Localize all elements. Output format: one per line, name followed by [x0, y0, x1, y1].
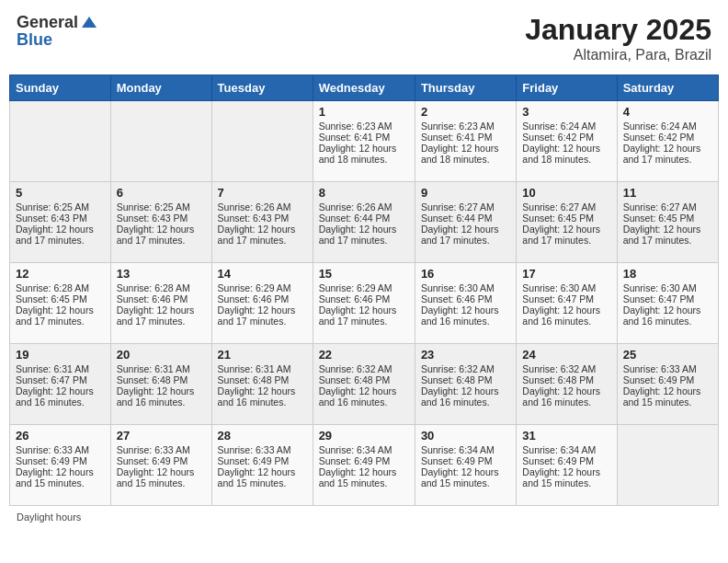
daylight-text: Daylight: 12 hours and 17 minutes. — [623, 224, 712, 246]
day-number: 10 — [522, 186, 610, 200]
sunrise-text: Sunrise: 6:34 AM — [421, 444, 510, 455]
sunset-text: Sunset: 6:46 PM — [421, 293, 510, 304]
daylight-text: Daylight: 12 hours and 16 minutes. — [16, 385, 105, 408]
calendar-cell: 16Sunrise: 6:30 AMSunset: 6:46 PMDayligh… — [415, 263, 516, 344]
calendar-cell — [211, 101, 313, 182]
calendar-cell: 4Sunrise: 6:24 AMSunset: 6:42 PMDaylight… — [617, 101, 718, 182]
logo: General Blue — [17, 13, 98, 50]
calendar-week-row: 5Sunrise: 6:25 AMSunset: 6:43 PMDaylight… — [10, 182, 719, 263]
sunrise-text: Sunrise: 6:24 AM — [522, 121, 610, 132]
day-number: 31 — [522, 429, 610, 442]
calendar-cell: 3Sunrise: 6:24 AMSunset: 6:42 PMDaylight… — [517, 101, 617, 182]
sunrise-text: Sunrise: 6:27 AM — [522, 201, 610, 213]
calendar-week-row: 1Sunrise: 6:23 AMSunset: 6:41 PMDaylight… — [10, 101, 719, 182]
day-number: 3 — [522, 105, 610, 119]
calendar-cell — [617, 425, 718, 506]
logo-blue: Blue — [17, 31, 98, 50]
sunset-text: Sunset: 6:45 PM — [623, 213, 712, 224]
daylight-label: Daylight hours — [17, 511, 81, 523]
calendar-header-row: SundayMondayTuesdayWednesdayThursdayFrid… — [10, 75, 719, 101]
day-number: 30 — [421, 429, 510, 442]
day-number: 22 — [319, 348, 409, 362]
sunrise-text: Sunrise: 6:28 AM — [16, 282, 105, 293]
calendar-cell — [10, 101, 111, 182]
sunrise-text: Sunrise: 6:33 AM — [218, 444, 307, 455]
calendar-cell — [110, 101, 211, 182]
calendar-week-row: 12Sunrise: 6:28 AMSunset: 6:45 PMDayligh… — [10, 263, 719, 344]
sunrise-text: Sunrise: 6:26 AM — [218, 201, 307, 213]
daylight-text: Daylight: 12 hours and 17 minutes. — [421, 224, 510, 246]
sunrise-text: Sunrise: 6:29 AM — [319, 282, 409, 293]
calendar-day-header: Monday — [110, 75, 211, 101]
calendar-cell: 26Sunrise: 6:33 AMSunset: 6:49 PMDayligh… — [10, 425, 111, 506]
calendar-cell: 25Sunrise: 6:33 AMSunset: 6:49 PMDayligh… — [617, 344, 718, 425]
sunrise-text: Sunrise: 6:33 AM — [16, 444, 105, 455]
calendar-cell: 22Sunrise: 6:32 AMSunset: 6:48 PMDayligh… — [313, 344, 415, 425]
sunset-text: Sunset: 6:45 PM — [522, 213, 610, 224]
sunrise-text: Sunrise: 6:32 AM — [522, 363, 610, 374]
logo-icon — [80, 13, 98, 31]
day-number: 29 — [319, 429, 409, 442]
sunset-text: Sunset: 6:46 PM — [319, 293, 409, 304]
daylight-text: Daylight: 12 hours and 17 minutes. — [117, 224, 206, 246]
day-number: 19 — [16, 348, 105, 362]
sunset-text: Sunset: 6:49 PM — [16, 455, 105, 466]
calendar-cell: 14Sunrise: 6:29 AMSunset: 6:46 PMDayligh… — [211, 263, 313, 344]
sunset-text: Sunset: 6:48 PM — [522, 374, 610, 385]
svg-marker-0 — [82, 17, 97, 28]
daylight-text: Daylight: 12 hours and 16 minutes. — [421, 385, 510, 408]
calendar-cell: 2Sunrise: 6:23 AMSunset: 6:41 PMDaylight… — [415, 101, 516, 182]
sunrise-text: Sunrise: 6:32 AM — [319, 363, 409, 374]
calendar-week-row: 19Sunrise: 6:31 AMSunset: 6:47 PMDayligh… — [10, 344, 719, 425]
sunrise-text: Sunrise: 6:31 AM — [218, 363, 307, 374]
sunrise-text: Sunrise: 6:30 AM — [421, 282, 510, 293]
day-number: 12 — [16, 267, 105, 281]
day-number: 2 — [421, 105, 510, 119]
calendar-cell: 9Sunrise: 6:27 AMSunset: 6:44 PMDaylight… — [415, 182, 516, 263]
daylight-text: Daylight: 12 hours and 15 minutes. — [16, 466, 105, 488]
day-number: 8 — [319, 186, 409, 200]
sunset-text: Sunset: 6:42 PM — [522, 132, 610, 143]
daylight-text: Daylight: 12 hours and 18 minutes. — [522, 143, 610, 165]
sunrise-text: Sunrise: 6:31 AM — [16, 363, 105, 374]
sunset-text: Sunset: 6:49 PM — [319, 455, 409, 466]
sunrise-text: Sunrise: 6:34 AM — [319, 444, 409, 455]
sunset-text: Sunset: 6:49 PM — [218, 455, 307, 466]
calendar-cell: 31Sunrise: 6:34 AMSunset: 6:49 PMDayligh… — [517, 425, 617, 506]
calendar-table: SundayMondayTuesdayWednesdayThursdayFrid… — [9, 75, 719, 506]
daylight-text: Daylight: 12 hours and 15 minutes. — [522, 466, 610, 488]
sunrise-text: Sunrise: 6:25 AM — [16, 201, 105, 213]
title-block: January 2025 Altamira, Para, Brazil — [525, 13, 711, 63]
daylight-text: Daylight: 12 hours and 15 minutes. — [623, 385, 712, 408]
calendar-day-header: Saturday — [617, 75, 718, 101]
sunrise-text: Sunrise: 6:23 AM — [319, 121, 409, 132]
sunrise-text: Sunrise: 6:32 AM — [421, 363, 510, 374]
calendar-cell: 12Sunrise: 6:28 AMSunset: 6:45 PMDayligh… — [10, 263, 111, 344]
sunset-text: Sunset: 6:47 PM — [16, 374, 105, 385]
day-number: 7 — [218, 186, 307, 200]
calendar-cell: 5Sunrise: 6:25 AMSunset: 6:43 PMDaylight… — [10, 182, 111, 263]
day-number: 13 — [117, 267, 206, 281]
daylight-text: Daylight: 12 hours and 16 minutes. — [522, 304, 610, 327]
calendar-cell: 18Sunrise: 6:30 AMSunset: 6:47 PMDayligh… — [617, 263, 718, 344]
day-number: 27 — [117, 429, 206, 442]
daylight-text: Daylight: 12 hours and 16 minutes. — [319, 385, 409, 408]
calendar-cell: 24Sunrise: 6:32 AMSunset: 6:48 PMDayligh… — [517, 344, 617, 425]
daylight-text: Daylight: 12 hours and 18 minutes. — [421, 143, 510, 165]
daylight-text: Daylight: 12 hours and 17 minutes. — [16, 224, 105, 246]
sunset-text: Sunset: 6:41 PM — [421, 132, 510, 143]
sunrise-text: Sunrise: 6:28 AM — [117, 282, 206, 293]
calendar-day-header: Tuesday — [211, 75, 313, 101]
sunset-text: Sunset: 6:48 PM — [218, 374, 307, 385]
daylight-text: Daylight: 12 hours and 16 minutes. — [623, 304, 712, 327]
calendar-cell: 6Sunrise: 6:25 AMSunset: 6:43 PMDaylight… — [110, 182, 211, 263]
calendar-cell: 7Sunrise: 6:26 AMSunset: 6:43 PMDaylight… — [211, 182, 313, 263]
calendar-cell: 17Sunrise: 6:30 AMSunset: 6:47 PMDayligh… — [517, 263, 617, 344]
daylight-text: Daylight: 12 hours and 16 minutes. — [218, 385, 307, 408]
sunrise-text: Sunrise: 6:33 AM — [623, 363, 712, 374]
page-header: General Blue January 2025 Altamira, Para… — [9, 9, 719, 67]
calendar-cell: 28Sunrise: 6:33 AMSunset: 6:49 PMDayligh… — [211, 425, 313, 506]
sunrise-text: Sunrise: 6:30 AM — [522, 282, 610, 293]
day-number: 16 — [421, 267, 510, 281]
sunset-text: Sunset: 6:48 PM — [421, 374, 510, 385]
